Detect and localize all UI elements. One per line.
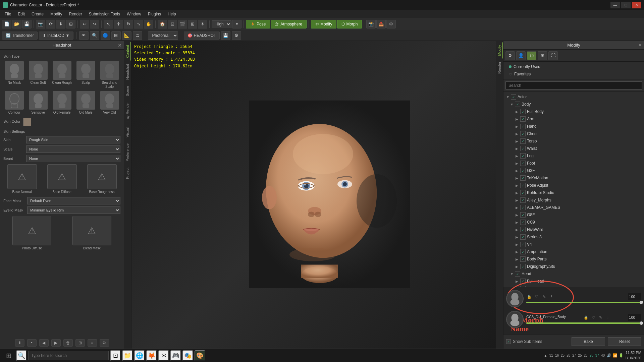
rail-tab-content[interactable]: Content	[124, 42, 131, 61]
tree-cc9[interactable]: ▶ CC9	[503, 219, 644, 226]
tb2-btn2[interactable]: 🔍	[90, 31, 99, 40]
btn-grid[interactable]: ⊞	[75, 339, 85, 347]
sys-icon-sound[interactable]: 🔊	[607, 353, 611, 358]
hs-btn2[interactable]: ⚙	[232, 31, 241, 40]
tool3[interactable]: ⬇	[56, 20, 65, 28]
morph-value-2[interactable]	[628, 314, 641, 321]
btn-dots[interactable]: •	[27, 339, 37, 347]
rail-tab-render[interactable]: Render	[496, 59, 503, 76]
taskbar-app2[interactable]: 🎭	[182, 350, 193, 361]
start-button[interactable]: ⊞	[3, 350, 15, 362]
tree-check-pose-adjust[interactable]	[520, 183, 526, 188]
light-btn[interactable]: ☀	[198, 20, 207, 28]
morph-lock-btn-1[interactable]: 🔒	[526, 294, 532, 300]
morph-thumb-1[interactable]	[640, 301, 643, 304]
minimize-button[interactable]: —	[610, 2, 620, 8]
maximize-button[interactable]: □	[621, 2, 631, 8]
star-btn[interactable]: ✦	[232, 20, 241, 28]
skin-color-swatch[interactable]	[23, 118, 31, 126]
tree-full-head[interactable]: ▶ Full Head	[503, 278, 644, 285]
btn-delete[interactable]: 🗑	[63, 339, 73, 347]
tree-check-hand[interactable]	[520, 124, 526, 129]
tree-check-leg[interactable]	[520, 153, 526, 159]
headshot-btn[interactable]: 🎯 HEADSHOT	[184, 32, 220, 40]
blend-mask-item[interactable]: ⚠ Blend Mask	[63, 216, 121, 250]
tree-check-actor[interactable]	[511, 94, 516, 100]
show-sub-items-checkbox[interactable]: ✓	[506, 339, 511, 344]
bake-button[interactable]: Bake	[572, 337, 605, 346]
new-btn[interactable]: 📄	[2, 20, 11, 28]
pan-btn[interactable]: ✋	[144, 20, 153, 28]
cam-btn[interactable]: 🎬	[178, 20, 187, 28]
tree-kohlrabi[interactable]: ▶ Kohlrabi Studio	[503, 189, 644, 196]
tree-waist[interactable]: ▶ Waist	[503, 145, 644, 152]
quality-dropdown[interactable]: High	[212, 20, 231, 28]
tool2[interactable]: ⟳	[46, 20, 55, 28]
taskbar-file-explorer[interactable]: 📁	[122, 350, 133, 361]
face-mask-dropdown[interactable]: Default Even	[27, 197, 120, 204]
tree-check-kohlrabi[interactable]	[520, 190, 526, 195]
menu-help[interactable]: Help	[164, 10, 179, 18]
pose-btn[interactable]: 🧍 Pose	[246, 20, 270, 28]
rail-tab-headshot[interactable]: Headshot	[124, 61, 131, 82]
grid-btn[interactable]: ⊞	[188, 20, 197, 28]
tb2-btn1[interactable]: 👁	[79, 31, 89, 40]
menu-plugins[interactable]: Plugins	[145, 10, 164, 18]
skin-clean-soft[interactable]: Clean Soft	[27, 61, 49, 89]
menu-submission[interactable]: Submission Tools	[86, 10, 123, 18]
menu-create[interactable]: Create	[28, 10, 47, 18]
tree-g3f[interactable]: ▶ G3F	[503, 167, 644, 174]
tree-check-tokomotion[interactable]	[520, 175, 526, 181]
morph-track-1[interactable]	[526, 302, 641, 303]
sys-icon-network[interactable]: 📶	[613, 353, 618, 358]
tree-check-amputation[interactable]	[520, 249, 526, 254]
tree-check-foot[interactable]	[520, 161, 526, 166]
tool4[interactable]: ⊞	[66, 20, 75, 28]
skin-no-mask[interactable]: No Mask	[3, 61, 25, 89]
morph-lock-btn-2[interactable]: 🔒	[583, 314, 589, 320]
tree-series8[interactable]: ▶ Series 8	[503, 233, 644, 241]
tree-check-body[interactable]	[515, 102, 520, 107]
tb2-btn3[interactable]: 🔵	[101, 31, 110, 40]
tree-alley-morphs[interactable]: ▶ Alley_Morphs	[503, 196, 644, 204]
export-btn[interactable]: 📤	[376, 20, 386, 28]
morph-value-1[interactable]	[628, 293, 641, 300]
morph-more-btn-1[interactable]: ⋮	[548, 294, 554, 300]
menu-modify[interactable]: Modify	[47, 10, 65, 18]
move-btn[interactable]: ✛	[114, 20, 123, 28]
select-btn[interactable]: ↖	[104, 20, 113, 28]
instalod-btn[interactable]: ⬇ InstaLOD ▼	[39, 32, 73, 40]
morph-thumb-2[interactable]	[640, 321, 643, 325]
redo-btn[interactable]: ↪	[90, 20, 99, 28]
tree-check-v4[interactable]	[520, 242, 526, 247]
skin-dropdown[interactable]: Rough Skin	[26, 136, 120, 143]
undo-btn[interactable]: ↩	[80, 20, 89, 28]
taskbar-task-view[interactable]: ⊡	[110, 350, 121, 361]
btn-settings[interactable]: ⚙	[100, 339, 109, 347]
tree-foot[interactable]: ▶ Foot	[503, 160, 644, 167]
tree-torso[interactable]: ▶ Torso	[503, 137, 644, 145]
rail-tab-project[interactable]: Project	[124, 165, 131, 182]
skin-clean-rough[interactable]: Clean Rough	[51, 61, 73, 89]
morph-more-btn-2[interactable]: ⋮	[605, 314, 611, 320]
tree-leg[interactable]: ▶ Leg	[503, 152, 644, 160]
tree-check-waist[interactable]	[520, 146, 526, 151]
atmosphere-btn[interactable]: 🌫 Atmosphere	[271, 20, 307, 28]
left-panel-close-btn[interactable]: ✕	[118, 43, 122, 48]
skin-beard-scalp[interactable]: Beard and Scalp	[99, 61, 120, 89]
tree-hand[interactable]: ▶ Hand	[503, 123, 644, 130]
tree-body-parts[interactable]: ▶ Body Parts	[503, 255, 644, 263]
tree-body[interactable]: ▼ Body	[503, 101, 644, 108]
rail-tab-iray[interactable]: Iray Render	[124, 100, 131, 124]
tree-check-alemar[interactable]	[520, 205, 526, 210]
skin-old-female[interactable]: Old Female	[51, 91, 73, 115]
tree-full-body[interactable]: ▶ Full Body	[503, 108, 644, 115]
hs-btn1[interactable]: 💾	[221, 31, 230, 40]
taskbar-chrome[interactable]: 🌐	[134, 350, 145, 361]
open-btn[interactable]: 📂	[12, 20, 21, 28]
rail-tab-modify[interactable]: Modify	[496, 42, 503, 58]
taskbar-app1[interactable]: 🎮	[170, 350, 181, 361]
modify-btn[interactable]: ⚙ Modify	[311, 20, 336, 28]
taskbar-clock[interactable]: 11:52 PM 1/10/2020	[625, 350, 641, 361]
tree-check-hivewire[interactable]	[520, 227, 526, 232]
